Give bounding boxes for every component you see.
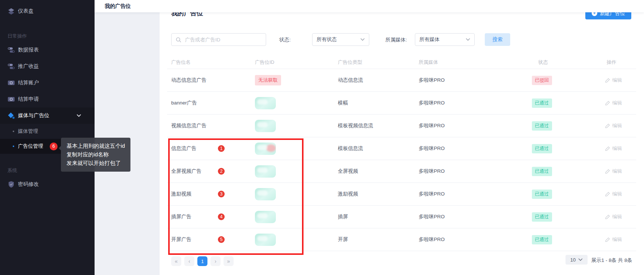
column-header: 广告位类型 (338, 59, 362, 66)
chevron-down-icon (360, 38, 365, 41)
redacted-id (255, 143, 276, 155)
sidebar-item-change-password[interactable]: 密码修改 (0, 176, 95, 193)
ad-slot-name: 视频信息流广告 (171, 115, 207, 137)
chevron-down-icon (578, 258, 583, 261)
sidebar-item-label: 媒体与广告位 (18, 112, 49, 119)
pagination-next[interactable]: › (210, 256, 221, 266)
shield-check-icon (7, 181, 15, 188)
edit-button[interactable]: 编辑 (605, 160, 622, 182)
annotation-number-marker: 4 (218, 213, 225, 220)
media-filter-label: 所属媒体: (385, 37, 407, 43)
ad-slot-media: 多啦咪PRO (419, 137, 445, 160)
edit-button[interactable]: 编辑 (605, 92, 622, 114)
ad-slot-media: 多啦咪PRO (419, 228, 445, 251)
edit-button[interactable]: 编辑 (605, 69, 622, 91)
ad-slot-name: 插屏广告 (171, 206, 191, 228)
ad-slot-id-cell (255, 137, 276, 160)
sidebar-item-promo-revenue[interactable]: 推广收益 (0, 58, 95, 75)
pagination-first[interactable]: « (171, 256, 181, 266)
sidebar-item-label: 推广收益 (18, 63, 39, 70)
sidebar-subitem-label: 媒体管理 (18, 128, 38, 135)
column-header: 状态 (538, 59, 548, 66)
edit-button[interactable]: 编辑 (605, 115, 622, 137)
ad-slot-media: 多啦咪PRO (419, 115, 445, 137)
sidebar-item-label: 密码修改 (18, 181, 39, 188)
ad-slot-id-cell (255, 228, 276, 251)
edit-label: 编辑 (612, 77, 622, 84)
search-button[interactable]: 搜索 (485, 33, 510, 46)
redacted-id (255, 211, 276, 223)
edit-label: 编辑 (612, 191, 622, 197)
status-badge: 已通过 (532, 121, 552, 131)
edit-label: 编辑 (612, 236, 622, 243)
edit-label: 编辑 (612, 168, 622, 175)
ad-slot-name: 动态信息流广告 (171, 69, 207, 91)
annotation-number-marker: 2 (218, 168, 225, 175)
column-header: 操作 (607, 59, 616, 66)
sidebar-item-settlement-account[interactable]: 结算账户 (0, 75, 95, 91)
ad-slot-type: 横幅 (338, 92, 348, 114)
annotation-number-marker: 3 (218, 191, 225, 197)
edit-button[interactable]: 编辑 (605, 183, 622, 205)
table-row: 插屏广告4插屏多啦咪PRO已通过编辑 (167, 206, 636, 228)
ad-slot-type: 模板视频信息流 (338, 115, 373, 137)
sidebar-subitem-media-management[interactable]: 媒体管理 (0, 124, 95, 139)
topbar: 我的广告位 (95, 0, 644, 12)
status-badge: 已通过 (532, 235, 552, 244)
ad-slot-media: 多啦咪PRO (419, 183, 445, 205)
edit-label: 编辑 (612, 145, 622, 152)
search-input[interactable] (184, 37, 262, 43)
redacted-id (255, 234, 276, 246)
redacted-id (255, 188, 276, 200)
pagination-last[interactable]: » (224, 256, 234, 266)
ad-slot-id-cell (255, 206, 276, 228)
redacted-id (255, 165, 276, 178)
pagination-page-1[interactable]: 1 (197, 256, 207, 266)
status-badge: 已通过 (532, 99, 552, 108)
status-badge: 已通过 (532, 190, 552, 199)
adslot-table: 广告位名广告位ID广告位类型所属媒体状态操作 动态信息流广告无法获取动态信息流多… (167, 55, 636, 251)
status-cell: 已通过 (532, 206, 552, 228)
pagination-prev[interactable]: ‹ (184, 256, 194, 266)
edit-label: 编辑 (612, 122, 622, 129)
edit-pencil-icon (605, 100, 610, 106)
ad-slot-media: 多啦咪PRO (419, 160, 445, 182)
status-cell: 已通过 (532, 137, 552, 160)
ad-slot-id-cell (255, 92, 276, 114)
revenue-toggle-icon (7, 63, 15, 70)
tab-my-adslots[interactable]: 我的广告位 (105, 3, 131, 10)
edit-pencil-icon (605, 214, 610, 220)
status-select[interactable]: 所有状态 (312, 33, 369, 46)
search-icon (176, 37, 181, 43)
status-cell: 已通过 (532, 160, 552, 182)
table-row: 动态信息流广告无法获取动态信息流多啦咪PRO已驳回编辑 (167, 69, 636, 92)
ad-slot-type: 插屏 (338, 206, 348, 228)
edit-label: 编辑 (612, 213, 622, 220)
media-select[interactable]: 所有媒体 (415, 33, 475, 46)
status-cell: 已驳回 (532, 69, 552, 91)
ad-slot-id-cell (255, 115, 276, 137)
page-size-select[interactable]: 10 (566, 255, 588, 265)
dashboard-icon (7, 7, 15, 15)
edit-label: 编辑 (612, 100, 622, 106)
sidebar-item-label: 数据报表 (18, 47, 39, 53)
sidebar-item-label: 结算账户 (18, 79, 39, 86)
edit-button[interactable]: 编辑 (605, 137, 622, 160)
redacted-id (255, 120, 276, 132)
edit-pencil-icon (605, 146, 610, 151)
status-cell: 已通过 (532, 115, 552, 137)
sidebar-item-dashboard[interactable]: 仪表盘 (0, 3, 95, 19)
edit-button[interactable]: 编辑 (605, 206, 622, 228)
ad-slot-media: 多啦咪PRO (419, 206, 445, 228)
sidebar-item-settlement-apply[interactable]: 结算申请 (0, 91, 95, 107)
status-select-value: 所有状态 (317, 36, 337, 43)
account-card-icon (7, 79, 15, 87)
sidebar-item-data-report[interactable]: 数据报表 (0, 42, 95, 58)
edit-button[interactable]: 编辑 (605, 228, 622, 251)
sidebar-item-media-adslots[interactable]: 媒体与广告位 (0, 107, 95, 124)
id-unavailable-badge: 无法获取 (255, 75, 281, 85)
edit-pencil-icon (605, 237, 610, 243)
annotation-number-marker: 1 (218, 145, 225, 152)
edit-pencil-icon (605, 191, 610, 197)
status-filter-label: 状态: (279, 37, 291, 43)
